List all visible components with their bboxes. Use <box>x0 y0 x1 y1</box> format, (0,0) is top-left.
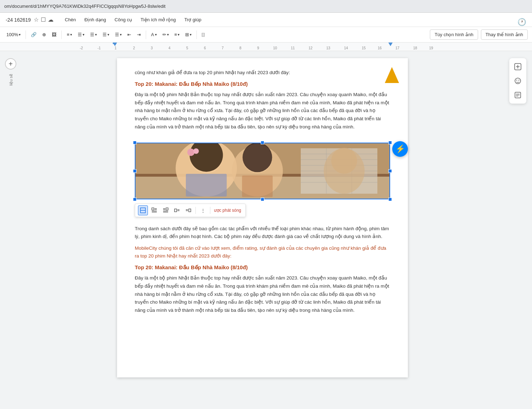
menu-tien-ich[interactable]: Tiện ích mở rộng <box>138 16 178 24</box>
toolbar-paint-btn[interactable]: ✏ ▾ <box>160 31 171 39</box>
toolbar-align2-btn[interactable]: ≡ ▾ <box>172 31 182 39</box>
ruler-num-10: 10 <box>273 46 277 50</box>
handle-bottom-center[interactable] <box>261 198 264 201</box>
ruler-blue-triangle[interactable] <box>113 43 117 46</box>
handle-top-left[interactable] <box>133 141 137 144</box>
ruler-num-6: 6 <box>204 46 206 50</box>
ruler-num-9: 9 <box>257 46 259 50</box>
right-sidebar-panel <box>509 58 526 104</box>
menu-tro-giup[interactable]: Trợ giúp <box>182 16 204 24</box>
star-icon[interactable]: ☆ <box>34 16 39 23</box>
replace-image-btn[interactable]: Thay thế hình ảnh <box>481 29 528 40</box>
svg-point-47 <box>516 80 517 81</box>
toolbar-align-btn[interactable]: ≡ ▾ <box>65 31 74 39</box>
toolbar-sep-4 <box>196 31 197 39</box>
img-tb-wrap-right-btn[interactable] <box>161 205 171 215</box>
below-img-text-2: MobileCity chúng tôi đã căn cứ vào lượt … <box>135 244 390 260</box>
ruler-num-2: 2 <box>133 46 135 50</box>
menu-cong-cu[interactable]: Công cụ <box>112 16 135 24</box>
doc-body-2[interactable]: Đây là một bộ phim Nhật Bản thuộc top ha… <box>135 274 390 315</box>
toolbar-linespace-btn[interactable]: ☰ ▾ <box>76 31 87 39</box>
toolbar-crop-btn[interactable]: ⌹ <box>200 31 207 39</box>
ruler-num-5: 5 <box>186 46 188 50</box>
handle-top-right[interactable] <box>388 141 392 144</box>
zoom-value: 100% <box>6 32 18 37</box>
handle-bottom-left[interactable] <box>133 198 137 201</box>
toolbar-checklist-btn[interactable]: ☰ ▾ <box>88 31 99 39</box>
handle-mid-left[interactable] <box>133 169 137 173</box>
toolbar: 100% ▾ 🔗 ⊕ 🖼 ≡ ▾ ☰ ▾ ☰ ▾ ☰ ▾ ☰ ▾ ⇤ ⇥ A ▾… <box>0 27 532 43</box>
doc-title-area: -24 162619 ☆ ☐ ☁ <box>6 16 54 23</box>
doc-orange-arrow <box>383 65 401 86</box>
toolbar-indent-dec-btn[interactable]: ⇤ <box>125 31 133 39</box>
svg-point-48 <box>519 80 519 81</box>
zoom-caret: ▾ <box>19 33 21 37</box>
image-placeholder <box>135 143 390 199</box>
svg-rect-32 <box>166 208 168 210</box>
img-tb-wrap-left-btn[interactable] <box>149 205 159 215</box>
doc-body-1[interactable]: Đây là một bộ phim Nhật Bản thuộc top ha… <box>135 91 390 132</box>
ruler-num-17: 17 <box>395 46 399 50</box>
doc-title[interactable]: -24 162619 <box>6 17 31 23</box>
handle-mid-right[interactable] <box>388 169 392 173</box>
toolbar-add-btn[interactable]: ⊕ <box>40 31 48 39</box>
img-tb-sep <box>195 207 196 214</box>
toolbar-image-btn[interactable]: 🖼 <box>50 31 59 39</box>
ruler-num-7: 7 <box>222 46 224 50</box>
toolbar-indent-inc-btn[interactable]: ⇥ <box>135 31 143 39</box>
doc-page: cũng như khán giả để đưa ra top 20 phim … <box>117 58 408 377</box>
ruler-num-16: 16 <box>378 46 382 50</box>
url-text: om/document/d/1hMYYQ9A761KWiDk32q4FFICCl… <box>4 4 166 9</box>
history-icon[interactable]: 🕐 <box>517 18 526 26</box>
menu-chen[interactable]: Chèn <box>62 16 79 24</box>
doc-heading-1[interactable]: Top 20: Makanai: Đầu Bếp Nhà Maiko (8/10… <box>135 81 390 87</box>
ruler-right-marker[interactable] <box>388 43 393 46</box>
right-note-btn[interactable] <box>512 89 523 101</box>
zoom-control[interactable]: 100% ▾ <box>4 31 23 39</box>
toolbar-list-btn[interactable]: ☰ ▾ <box>100 31 111 39</box>
handle-top-center[interactable] <box>261 141 264 144</box>
cloud-icon[interactable]: ☁ <box>48 16 54 23</box>
ruler-num-4: 4 <box>168 46 171 50</box>
sidebar-add-btn[interactable]: + <box>5 58 16 70</box>
messenger-button[interactable]: ⚡ <box>392 141 408 157</box>
below-img-text-1: Trong danh sách dưới đây sẽ bao gồm các … <box>135 225 390 240</box>
right-add-comment-btn[interactable] <box>512 61 523 72</box>
svg-rect-23 <box>186 174 227 197</box>
ruler-num--1: -1 <box>98 46 101 50</box>
image-container[interactable]: ⋮ ược phát sóng ⚡ <box>135 143 390 199</box>
ruler-num-8: 8 <box>239 46 242 50</box>
svg-rect-40 <box>189 209 191 212</box>
svg-rect-27 <box>152 208 154 210</box>
image-svg <box>135 143 390 199</box>
ruler-num-15: 15 <box>362 46 366 50</box>
ruler-num-11: 11 <box>291 46 295 50</box>
image-toolbar: ⋮ ược phát sóng <box>135 204 246 217</box>
img-tb-inline-btn[interactable] <box>138 205 148 215</box>
toolbar-numlist-btn[interactable]: ☰ ▾ <box>113 31 124 39</box>
doc-icons: ☆ ☐ ☁ <box>34 16 54 23</box>
svg-point-20 <box>243 143 272 172</box>
ruler-num-3: 3 <box>151 46 153 50</box>
right-emoji-btn[interactable] <box>512 75 523 87</box>
menu-dinh-dang[interactable]: Định dạng <box>82 16 109 24</box>
img-tb-caption-text: ược phát sóng <box>212 208 243 213</box>
toolbar-table-btn[interactable]: ⊞ ▾ <box>183 31 194 39</box>
image-options-btn[interactable]: Tùy chọn hình ảnh <box>430 29 478 40</box>
toolbar-sep-3 <box>146 31 146 39</box>
main-layout: + liệu sẽ cũng như khán giả để đưa ra to… <box>0 51 532 408</box>
img-tb-more-btn[interactable]: ⋮ <box>198 205 208 215</box>
toolbar-link-btn[interactable]: 🔗 <box>29 31 39 39</box>
img-tb-break-left-btn[interactable] <box>172 205 182 215</box>
ruler-num-14: 14 <box>344 46 348 50</box>
messenger-icon: ⚡ <box>395 144 405 154</box>
ruler-num-18: 18 <box>413 46 417 50</box>
doc-heading-2[interactable]: Top 20: Makanai: Đầu Bếp Nhà Maiko (8/10… <box>135 264 390 271</box>
toolbar-right-area: Tùy chọn hình ảnh Thay thế hình ảnh <box>430 29 528 40</box>
handle-bottom-right[interactable] <box>388 198 392 201</box>
doc-area[interactable]: cũng như khán giả để đưa ra top 20 phim … <box>21 51 504 408</box>
img-tb-break-right-btn[interactable] <box>183 205 193 215</box>
ruler-content: -2 -1 1 2 3 4 5 6 7 8 9 10 11 12 13 14 1… <box>78 43 504 50</box>
folder-icon[interactable]: ☐ <box>41 16 46 23</box>
toolbar-clear-format-btn[interactable]: A ▾ <box>149 31 159 39</box>
